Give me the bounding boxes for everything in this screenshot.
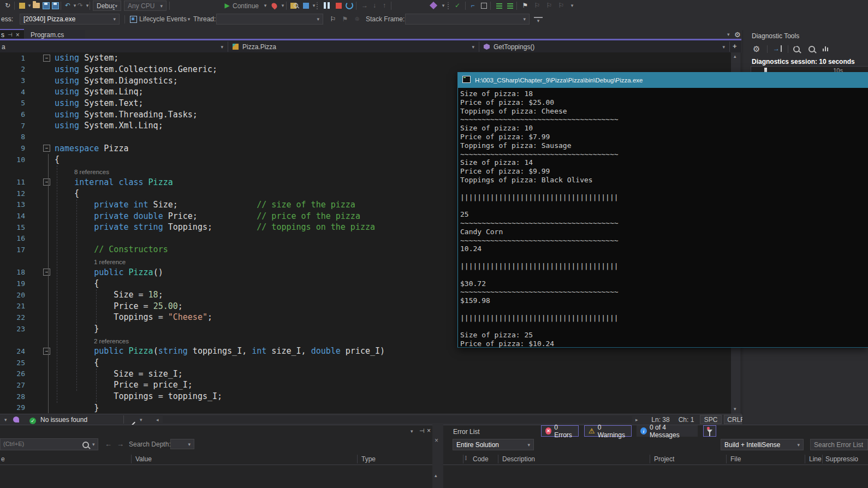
panel-pin-icon[interactable]: ⊣ [419,427,425,435]
flagged-threads-icon[interactable]: ⚑ [341,15,349,23]
suspend-icon[interactable]: ⌾ [353,15,361,23]
column-project[interactable]: Project [654,455,674,463]
scroll-up-icon[interactable]: ▴ [734,53,736,59]
continue-caret-icon[interactable]: ▾ [261,1,270,10]
console-output[interactable]: Size of pizza: 18Price of pizza: $25.00T… [457,88,868,348]
stop-icon[interactable] [334,1,343,10]
diag-export-icon[interactable]: → [773,45,782,52]
toolbar2-overflow-icon[interactable]: ▾ [534,17,543,23]
call-stack-icon[interactable] [495,1,503,10]
split-editor-icon[interactable]: + [733,42,737,50]
spell-check-icon[interactable]: ✓ [453,1,462,10]
platform-dropdown[interactable]: Any CPU ▾ [124,1,167,11]
panel-close-icon[interactable]: × [427,427,431,435]
zoom-out-icon[interactable] [808,46,815,54]
continue-label[interactable]: Continue [233,2,259,10]
next-bookmark-icon[interactable]: ⚐ [545,1,554,10]
solution-config-dropdown[interactable]: Debug ▾ [93,1,121,11]
column-line[interactable]: Line [809,455,822,463]
toolbar-overflow-icon[interactable]: ▾ [568,1,576,10]
toggle-bookmark-icon[interactable]: ⚑ [521,1,530,10]
search-caret-icon[interactable]: ▾ [92,442,95,447]
pin-icon[interactable]: ⊣ [8,32,13,38]
console-title-bar[interactable]: H:\003_CSharp\Chapter_9\Pizza\Pizza\bin\… [457,72,868,88]
indicator-caret-icon[interactable]: ▾ [4,417,7,422]
fold-collapse-icon[interactable]: − [43,55,50,62]
thread-dropdown[interactable]: ▾ [216,14,323,25]
health-check-icon[interactable]: ✓ [29,416,36,424]
fold-collapse-icon[interactable]: − [43,269,50,276]
navigate-back-icon[interactable]: ⌐ [468,1,477,10]
zoom-in-icon[interactable]: + [793,46,800,54]
prev-bookmark-icon[interactable]: ⚐ [533,1,542,10]
flag-current-thread-icon[interactable]: ⚐ [329,15,337,23]
process-search-icon[interactable] [290,1,299,10]
scroll-up-icon[interactable]: ▴ [435,473,437,478]
process-dropdown[interactable]: [20340] Pizza.exe ▾ [20,14,120,25]
member-dropdown[interactable]: GetToppings() ▾ [479,41,730,52]
scroll-down-icon[interactable]: ▾ [734,406,736,412]
pause-icon[interactable] [322,1,331,10]
fold-collapse-icon[interactable]: − [43,348,50,355]
column-description[interactable]: Description [502,455,535,463]
type-dropdown[interactable]: Pizza.Pizza ▾ [228,41,479,52]
filter-button[interactable] [703,425,716,437]
project-dropdown[interactable]: a ▾ [0,41,228,52]
panel-options-caret-icon[interactable]: ▾ [411,429,413,434]
diag-settings-gear-icon[interactable]: ⚙ [753,44,760,54]
column-value[interactable]: Value [135,455,152,463]
health-message[interactable]: No issues found [40,416,87,424]
errors-toggle-button[interactable]: ✕ 0 Errors [541,425,579,437]
save-all-icon[interactable] [51,1,60,10]
code-cleanup-caret-icon[interactable]: ▾ [140,417,142,422]
restart-icon[interactable] [345,1,354,10]
step-out-icon[interactable]: ↑ [380,1,389,10]
close-icon[interactable]: × [435,437,438,444]
column-file[interactable]: File [730,455,741,463]
close-icon[interactable]: × [16,31,20,39]
filter-mode-dropdown[interactable]: Build + IntelliSense ▾ [721,439,804,450]
warnings-toggle-button[interactable]: ⚠ 0 Warnings [584,425,632,437]
search-prev-icon[interactable]: ← [105,440,112,448]
memory-layout-icon[interactable] [479,1,488,10]
panel-splitter[interactable]: × ▴ [432,425,443,488]
stack-frame-dropdown[interactable]: ▾ [405,14,530,25]
search-depth-dropdown[interactable]: ▾ [170,439,194,449]
diagnostics-window-icon[interactable] [429,1,438,10]
open-folder-icon[interactable] [32,1,40,10]
hscroll-right-icon[interactable]: ▸ [635,417,638,422]
save-icon[interactable] [41,1,50,10]
column-suppression[interactable]: Suppressio [825,455,858,463]
scope-dropdown[interactable]: Entire Solution ▾ [453,439,534,450]
tab-program-cs[interactable]: Program.cs [25,30,85,39]
hot-reload-icon[interactable] [270,1,278,10]
reset-view-chart-icon[interactable] [823,45,829,53]
bookmark-window-icon[interactable]: ⚐ [557,1,566,10]
tab-active-partial[interactable]: s ⊣ × [0,29,24,39]
document-well-caret-icon[interactable]: ▾ [727,32,730,37]
spaces-toggle[interactable]: SPC [700,415,722,424]
messages-toggle-button[interactable]: i 0 of 4 Messages [637,425,698,437]
watch-search-input[interactable]: (Ctrl+E) ▾ [0,438,98,450]
step-over-icon[interactable]: → [360,1,369,10]
document-well-gear-icon[interactable]: ⚙ [734,31,741,39]
diagnostics-caret-icon[interactable]: ▾ [439,1,448,10]
hscroll-track[interactable] [163,416,632,423]
error-search-input[interactable]: Search Error List [810,439,868,450]
fold-collapse-icon[interactable]: − [43,178,50,186]
lifecycle-caret-icon[interactable]: ▾ [185,15,193,23]
column-type[interactable]: Type [361,455,376,463]
severity-column-icon[interactable]: ⫿ [465,455,467,461]
parallel-stacks-icon[interactable] [506,1,514,10]
show-next-statement-icon[interactable] [301,1,310,10]
fold-collapse-icon[interactable]: − [43,145,50,152]
continue-play-icon[interactable]: ▶ [223,1,231,10]
hscroll-left-icon[interactable]: ◂ [156,417,159,422]
step-into-icon[interactable]: ↓ [370,1,379,10]
search-next-icon[interactable]: → [117,440,124,448]
search-icon[interactable] [82,442,89,450]
column-name[interactable]: e [1,455,5,463]
hot-reload-status-icon[interactable] [13,416,19,424]
redo-caret-icon[interactable]: ▾ [83,1,92,10]
lifecycle-label[interactable]: Lifecycle Events [139,15,187,23]
